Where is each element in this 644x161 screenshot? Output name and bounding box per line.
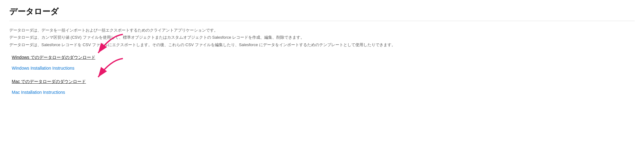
windows-instruction-row: Windows Installation Instructions xyxy=(12,65,635,76)
mac-instruction-link[interactable]: Mac Installation Instructions xyxy=(12,90,65,95)
windows-download-link[interactable]: Windows でのデータローダのダウンロード xyxy=(12,55,95,60)
page-container: データローダ データローダは、データを一括インポートおよび一括エクスポートするた… xyxy=(0,0,644,161)
mac-download-row: Mac でのデータローダのダウンロード xyxy=(12,79,635,85)
description-line-2: データローダは、カンマ区切り値 (CSV) ファイルを使用して、標準オブジェクト… xyxy=(9,34,635,41)
windows-instruction-link[interactable]: Windows Installation Instructions xyxy=(12,66,74,71)
page-title: データローダ xyxy=(9,6,635,21)
links-section: Windows でのデータローダのダウンロード Windows Installa… xyxy=(9,54,635,100)
windows-download-row: Windows でのデータローダのダウンロード xyxy=(12,54,635,60)
mac-instruction-row: Mac Installation Instructions xyxy=(12,89,635,100)
description-line-3: データローダは、Salesforce レコードを CSV ファイルにエクスポート… xyxy=(9,41,635,48)
description-line-1: データローダは、データを一括インポートおよび一括エクスポートするためのクライアン… xyxy=(9,27,635,34)
description-block: データローダは、データを一括インポートおよび一括エクスポートするためのクライアン… xyxy=(9,27,635,48)
mac-download-link[interactable]: Mac でのデータローダのダウンロード xyxy=(12,79,86,85)
